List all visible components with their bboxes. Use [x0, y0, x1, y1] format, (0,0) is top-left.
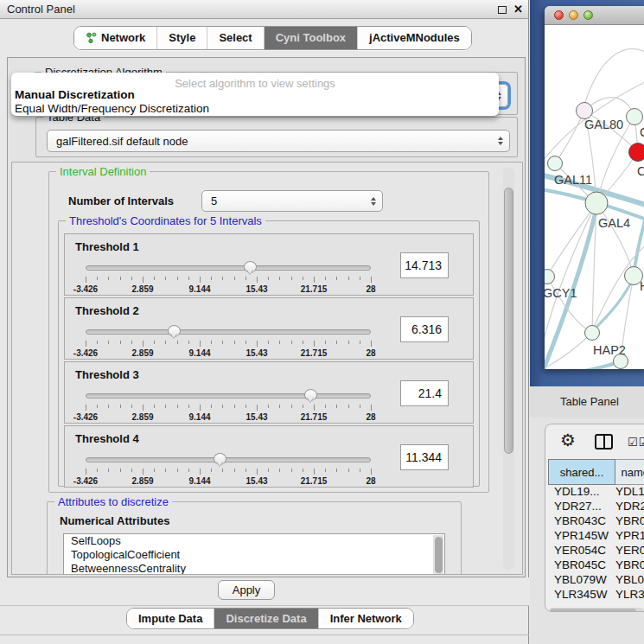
attributes-section: Attributes to discretize Numerical Attri…: [47, 501, 462, 575]
number-of-intervals-combobox[interactable]: 5: [201, 190, 383, 212]
threshold-4-box: Threshold 4 -3.4262.8599.14415.4321.7152…: [64, 425, 474, 488]
tab-discretize-data[interactable]: Discretize Data: [214, 609, 317, 628]
list-item[interactable]: BetweennessCentrality: [64, 562, 444, 575]
node-label-cut-c: C: [637, 164, 644, 178]
threshold-2-slider-thumb[interactable]: [168, 325, 181, 337]
popup-item-equal-width[interactable]: Equal Width/Frequency Discretization: [15, 102, 209, 115]
slider-ticks: [86, 469, 371, 475]
table-row[interactable]: YBR043CYBR0: [548, 514, 644, 529]
threshold-1-value-field[interactable]: 14.713: [400, 252, 449, 278]
threshold-2-box: Threshold 2 -3.4262.8599.14415.4321.7152…: [64, 297, 474, 360]
node-label-cut-right: GA: [640, 125, 644, 139]
node-table: shared... name YDL19...YDL1 YDR27...YDR2…: [548, 459, 644, 602]
tab-style[interactable]: Style: [156, 27, 207, 49]
table-row[interactable]: YPR145WYPR1: [548, 529, 644, 544]
table-row[interactable]: YDL19...YDL1: [548, 485, 644, 500]
slider-track[interactable]: [86, 329, 371, 335]
node-label-gcy1: GCY1: [545, 286, 577, 300]
column-checkbox-icons[interactable]: ☑☑: [628, 436, 644, 449]
attributes-section-label: Attributes to discretize: [54, 495, 172, 508]
right-pane: GAL80 GA C GAL11 GAL4 GCY1 H HAP2 Table …: [530, 0, 644, 644]
network-icon: [86, 32, 97, 44]
network-view-window[interactable]: GAL80 GA C GAL11 GAL4 GCY1 H HAP2: [545, 6, 644, 369]
table-horizontal-scrollbar[interactable]: [549, 608, 644, 612]
interval-definition-section: Interval Definition Number of Intervals …: [48, 171, 489, 493]
number-of-intervals-label: Number of Intervals: [68, 194, 174, 207]
tab-select[interactable]: Select: [207, 27, 263, 49]
table-data-section: Table Data galFiltered.sif default node: [35, 117, 518, 157]
tab-jactivemnodules[interactable]: jActiveMNodules: [357, 27, 471, 49]
settings-scrollbar[interactable]: [503, 167, 514, 570]
table-data-combobox[interactable]: galFiltered.sif default node: [47, 130, 510, 152]
node-label-gal80: GAL80: [584, 118, 623, 131]
table-row[interactable]: YBR045CYBR0: [548, 558, 644, 573]
table-row[interactable]: YBL079WYBL0: [548, 573, 644, 588]
slider-track[interactable]: [86, 265, 371, 271]
number-of-intervals-value: 5: [211, 194, 217, 207]
threshold-4-value-field[interactable]: 11.344: [400, 444, 449, 470]
control-panel-window: Control Panel ✕ Network S: [0, 0, 529, 644]
slider-track[interactable]: [86, 457, 371, 462]
table-panel-body: ⚙ ☑☑ shared... name YDL19...YDL1 YDR27..…: [530, 418, 644, 644]
list-item[interactable]: TopologicalCoefficient: [64, 548, 444, 562]
control-panel-titlebar: Control Panel ✕: [0, 0, 528, 19]
threshold-3-value-field[interactable]: 21.4: [400, 380, 449, 406]
scrollbar-thumb[interactable]: [504, 188, 513, 454]
algorithm-dropdown-popup: Select algorithm to view settings Manual…: [11, 73, 499, 117]
threshold-1-slider-thumb[interactable]: [244, 261, 257, 273]
table-row[interactable]: YDR27...YDR2: [548, 500, 644, 514]
tab-infer-network[interactable]: Infer Network: [318, 609, 413, 628]
threshold-1-box: Threshold 1 -3.4262.8599.14415.4321.7152…: [64, 233, 474, 296]
node-label-gal11: GAL11: [554, 173, 592, 187]
column-header-name[interactable]: name: [615, 459, 644, 485]
apply-row: Apply: [0, 577, 529, 605]
threshold-4-slider: -3.4262.8599.14415.4321.71528: [86, 450, 371, 485]
threshold-3-box: Threshold 3 -3.4262.8599.14415.4321.7152…: [64, 361, 474, 424]
apply-button[interactable]: Apply: [218, 580, 275, 600]
close-traffic-light-icon[interactable]: [554, 10, 564, 20]
column-header-shared-name[interactable]: shared...: [548, 459, 615, 485]
cyni-mode-tabbar: Impute Data Discretize Data Infer Networ…: [126, 608, 414, 629]
close-icon[interactable]: ✕: [513, 5, 523, 14]
numerical-attributes-label: Numerical Attributes: [60, 514, 169, 527]
split-view-icon[interactable]: [595, 434, 613, 450]
table-header-row: shared... name: [548, 459, 644, 485]
list-scrollbar[interactable]: [433, 535, 443, 575]
control-panel-tabbar: Network Style Select Cyni Toolbox jActiv…: [73, 26, 472, 50]
table-rows: YDL19...YDL1 YDR27...YDR2 YBR043CYBR0 YP…: [548, 485, 644, 602]
combo-arrows-icon: [498, 137, 503, 145]
float-window-icon[interactable]: [498, 6, 507, 14]
slider-ticks: [86, 405, 371, 411]
slider-track[interactable]: [86, 393, 371, 399]
slider-tick-labels: -3.4262.8599.14415.4321.71528: [86, 476, 371, 487]
threshold-2-value-field[interactable]: 6.316: [400, 316, 449, 342]
zoom-traffic-light-icon[interactable]: [583, 10, 593, 20]
settings-scroll-area: Interval Definition Number of Intervals …: [11, 162, 523, 575]
table-row[interactable]: YER054CYER0: [548, 544, 644, 558]
network-canvas[interactable]: GAL80 GA C GAL11 GAL4 GCY1 H HAP2: [545, 25, 644, 369]
node-label-gal4: GAL4: [598, 216, 630, 230]
table-data-value: galFiltered.sif default node: [56, 135, 188, 148]
slider-tick-labels: -3.4262.8599.14415.4321.71528: [86, 412, 371, 423]
thresholds-section-label: Threshold's Coordinates for 5 Intervals: [66, 214, 265, 227]
table-panel-title: Table Panel: [560, 395, 619, 408]
table-panel-box: ⚙ ☑☑ shared... name YDL19...YDL1 YDR27..…: [545, 424, 644, 612]
tab-impute-data[interactable]: Impute Data: [127, 609, 214, 628]
list-item[interactable]: SelfLoops: [64, 534, 444, 548]
tab-cyni-toolbox[interactable]: Cyni Toolbox: [264, 27, 357, 49]
gear-icon[interactable]: ⚙: [560, 431, 576, 449]
node-label-cut-h: H: [640, 279, 644, 293]
popup-item-manual-discretization[interactable]: Manual Discretization: [15, 88, 135, 101]
tab-network[interactable]: Network: [74, 27, 156, 49]
numerical-attributes-list[interactable]: SelfLoops TopologicalCoefficient Between…: [63, 533, 445, 575]
window-title: Control Panel: [7, 3, 75, 16]
minimize-traffic-light-icon[interactable]: [569, 10, 578, 20]
cytoscape-desktop: GAL80 GA C GAL11 GAL4 GCY1 H HAP2: [530, 0, 644, 386]
table-panel-titlebar: Table Panel: [530, 386, 644, 418]
threshold-4-slider-thumb[interactable]: [214, 453, 226, 465]
table-row[interactable]: YLR345WYLR3: [548, 588, 644, 602]
threshold-3-slider-thumb[interactable]: [304, 389, 317, 401]
slider-tick-labels: -3.4262.8599.14415.4321.71528: [86, 284, 371, 295]
threshold-1-slider: -3.4262.8599.14415.4321.71528: [86, 258, 371, 293]
network-window-titlebar[interactable]: [545, 6, 644, 25]
